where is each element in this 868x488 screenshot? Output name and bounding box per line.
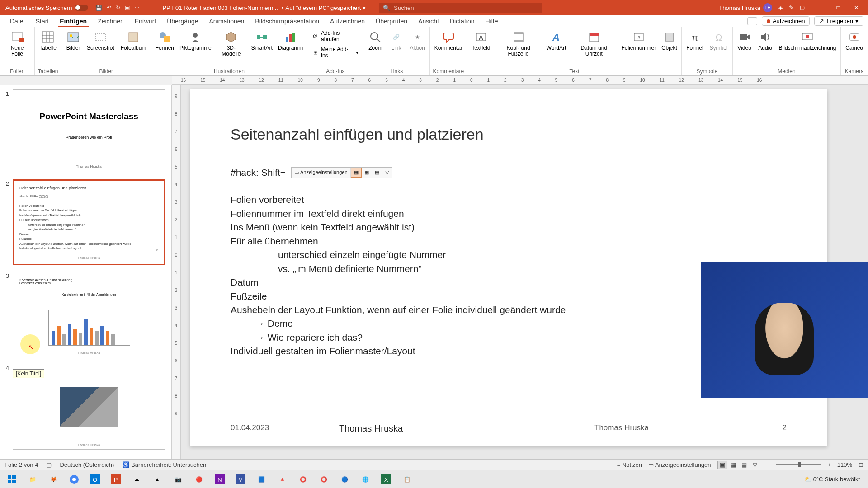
- upload-icon[interactable]: ✎: [789, 5, 793, 11]
- autosave-toggle[interactable]: Automatisches Speichern: [3, 5, 91, 11]
- redo-icon[interactable]: ↻: [116, 5, 120, 11]
- user-account[interactable]: Thomas Hruska TH: [719, 3, 772, 12]
- start-menu-button[interactable]: [3, 472, 21, 487]
- weather-widget[interactable]: ⛅ 6°C Stark bewölkt: [804, 476, 860, 483]
- save-location[interactable]: •Auf "diesem PC" gespeichert▾: [282, 5, 366, 11]
- mt-anzeige-button[interactable]: ▭Anzeigeeinstellungen: [292, 168, 351, 178]
- tab-einfuegen[interactable]: Einfügen: [54, 15, 92, 27]
- tab-dictation[interactable]: Dictation: [444, 15, 480, 27]
- mt-view2-button[interactable]: ▦: [362, 168, 372, 178]
- diamond-icon[interactable]: ◈: [778, 5, 783, 11]
- tab-datei[interactable]: Datei: [5, 15, 30, 27]
- present-icon[interactable]: ▣: [125, 5, 130, 11]
- slide-thumbnails-panel[interactable]: 1 PowerPoint Masterclass Präsentieren wi…: [0, 85, 172, 459]
- slide-thumbnail-1[interactable]: PowerPoint Masterclass Präsentieren wie …: [13, 89, 165, 173]
- zoom-button[interactable]: Zoom: [366, 29, 384, 52]
- zoom-out-button[interactable]: −: [766, 461, 770, 468]
- bildschirmaufzeichnung-button[interactable]: Bildschirmaufzeichnung: [777, 29, 838, 52]
- display-settings-button[interactable]: ▭ Anzeigeeinstellungen: [648, 461, 711, 468]
- tab-ansicht[interactable]: Ansicht: [413, 15, 444, 27]
- accessibility-status[interactable]: ♿ Barrierefreiheit: Untersuchen: [122, 461, 206, 468]
- tab-ueberpruefen[interactable]: Überprüfen: [370, 15, 413, 27]
- visio-icon[interactable]: V: [231, 472, 250, 487]
- textfeld-button[interactable]: ATextfeld: [470, 29, 492, 52]
- zoom-slider[interactable]: [776, 464, 821, 465]
- diagramm-button[interactable]: Diagramm: [277, 29, 304, 52]
- app6-icon[interactable]: ⭕: [294, 472, 312, 487]
- comments-icon[interactable]: [747, 17, 757, 25]
- tab-animationen[interactable]: Animationen: [204, 15, 250, 27]
- vlc-icon[interactable]: ▲: [148, 472, 166, 487]
- edge-icon[interactable]: 🌐: [356, 472, 374, 487]
- minimize-button[interactable]: —: [811, 3, 829, 12]
- tab-bildschirmpraesentation[interactable]: Bildschirmpräsentation: [250, 15, 325, 27]
- 3d-modelle-button[interactable]: 3D- Modelle: [215, 29, 247, 58]
- slideshow-view-button[interactable]: ▽: [750, 461, 760, 469]
- outlook-icon[interactable]: O: [86, 472, 104, 487]
- search-input[interactable]: 🔍 Suchen: [379, 3, 542, 13]
- powerpoint-icon[interactable]: P: [107, 472, 125, 487]
- freigeben-button[interactable]: ↗Freigeben▾: [814, 16, 863, 26]
- wordart-button[interactable]: AWordArt: [545, 29, 567, 52]
- close-button[interactable]: ✕: [847, 3, 865, 12]
- more-icon[interactable]: ⋯: [134, 5, 140, 11]
- language-status[interactable]: Deutsch (Österreich): [60, 461, 114, 468]
- video-button[interactable]: Video: [736, 29, 754, 52]
- maximize-button[interactable]: □: [829, 3, 847, 12]
- kopf-fusszeile-button[interactable]: Kopf- und Fußzeile: [495, 29, 542, 58]
- tab-hilfe[interactable]: Hilfe: [480, 15, 503, 27]
- normal-view-button[interactable]: ▣: [717, 461, 727, 469]
- smartart-button[interactable]: SmartArt: [250, 29, 274, 52]
- tab-uebergaenge[interactable]: Übergänge: [161, 15, 203, 27]
- toggle-switch-icon[interactable]: [75, 5, 88, 11]
- app3-icon[interactable]: 🔴: [190, 472, 208, 487]
- save-icon[interactable]: 💾: [95, 5, 102, 11]
- undo-icon[interactable]: ↶: [107, 5, 111, 11]
- app9-icon[interactable]: 📋: [398, 472, 416, 487]
- fotoalbum-button[interactable]: Fotoalbum: [119, 29, 148, 52]
- meine-addins-button[interactable]: ⊞Meine Add-Ins▾: [310, 45, 360, 60]
- firefox-icon[interactable]: 🦊: [44, 472, 62, 487]
- kommentar-button[interactable]: Kommentar: [433, 29, 464, 52]
- app2-icon[interactable]: 📷: [169, 472, 187, 487]
- app-icon[interactable]: ☁: [127, 472, 146, 487]
- chrome-icon[interactable]: [65, 472, 83, 487]
- explorer-icon[interactable]: 📁: [24, 472, 42, 487]
- tab-aufzeichnen[interactable]: Aufzeichnen: [325, 15, 370, 27]
- foliennummer-button[interactable]: #Foliennummer: [620, 29, 657, 52]
- piktogramme-button[interactable]: Piktogramme: [178, 29, 212, 52]
- slide-title[interactable]: Seitenanzahl einfügen und platzieren: [231, 126, 787, 143]
- cameo-button[interactable]: Cameo: [844, 29, 865, 52]
- datum-uhrzeit-button[interactable]: Datum und Uhrzeit: [571, 29, 618, 58]
- tab-zeichnen[interactable]: Zeichnen: [92, 15, 129, 27]
- addins-abrufen-button[interactable]: 🛍Add-Ins abrufen: [310, 29, 360, 43]
- aufzeichnen-button[interactable]: Aufzeichnen: [762, 16, 810, 26]
- app7-icon[interactable]: ⭕: [315, 472, 333, 487]
- mt-view4-button[interactable]: ▽: [382, 168, 392, 178]
- app5-icon[interactable]: 🔺: [273, 472, 291, 487]
- formel-button[interactable]: πFormel: [684, 29, 705, 52]
- slide-thumbnail-2[interactable]: Seitenanzahl einfügen und platzieren #ha…: [13, 179, 165, 265]
- window-mode-icon[interactable]: ▢: [800, 5, 805, 11]
- app8-icon[interactable]: 🔵: [335, 472, 354, 487]
- formen-button[interactable]: Formen: [154, 29, 175, 52]
- screenshot-button[interactable]: Screenshot: [85, 29, 116, 52]
- zoom-in-button[interactable]: +: [827, 461, 831, 468]
- document-title[interactable]: PPT 01 Roter Faden 003 Folien-Nummern...: [162, 5, 278, 11]
- excel-icon[interactable]: X: [377, 472, 395, 487]
- fit-button[interactable]: ⊡: [859, 461, 863, 468]
- reading-view-button[interactable]: ▤: [739, 461, 749, 469]
- onenote-icon[interactable]: N: [211, 472, 229, 487]
- notes-button[interactable]: ≡ Notizen: [617, 461, 642, 468]
- sorter-view-button[interactable]: ▦: [728, 461, 738, 469]
- audio-button[interactable]: Audio: [756, 29, 774, 52]
- app4-icon[interactable]: 🟦: [252, 472, 270, 487]
- accessibility-icon[interactable]: ▢: [46, 461, 52, 468]
- zoom-level[interactable]: 110%: [837, 461, 852, 468]
- bilder-button[interactable]: Bilder: [64, 29, 82, 52]
- neue-folie-button[interactable]: Neue Folie: [3, 29, 32, 58]
- tab-start[interactable]: Start: [30, 15, 55, 27]
- taskbar[interactable]: 📁 🦊 O P ☁ ▲ 📷 🔴 N V 🟦 🔺 ⭕ ⭕ 🔵 🌐 X 📋 ⛅ 6°…: [0, 470, 868, 488]
- tabelle-button[interactable]: Tabelle: [38, 29, 58, 52]
- slide-thumbnail-3[interactable]: 2 Vertikale Achsen (Primär, sekundär)Les…: [13, 272, 165, 357]
